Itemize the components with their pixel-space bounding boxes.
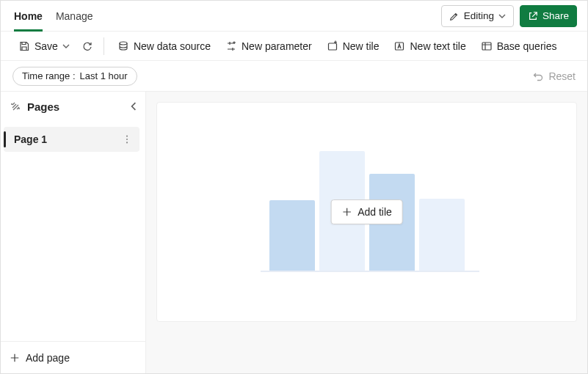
pages-icon bbox=[10, 100, 21, 112]
pages-header: Pages bbox=[1, 92, 145, 121]
parameter-icon bbox=[225, 40, 237, 52]
baseline bbox=[261, 271, 479, 272]
base-queries-label: Base queries bbox=[497, 40, 557, 52]
add-tile-label: Add tile bbox=[357, 206, 392, 218]
divider bbox=[104, 37, 104, 55]
editing-mode-button[interactable]: Editing bbox=[441, 5, 514, 27]
svg-point-7 bbox=[126, 139, 128, 140]
new-tile-button[interactable]: New tile bbox=[321, 35, 385, 57]
top-actions: Editing Share bbox=[441, 5, 577, 27]
new-data-source-button[interactable]: New data source bbox=[112, 35, 217, 57]
svg-point-5 bbox=[18, 108, 20, 109]
refresh-button[interactable] bbox=[79, 35, 96, 57]
new-parameter-button[interactable]: New parameter bbox=[219, 35, 318, 57]
add-page-button[interactable]: Add page bbox=[1, 341, 145, 373]
svg-rect-3 bbox=[482, 43, 491, 50]
svg-point-8 bbox=[126, 142, 128, 143]
new-text-tile-label: New text tile bbox=[410, 40, 465, 52]
body: Pages Page 1 Add page bbox=[1, 92, 587, 373]
kebab-icon[interactable] bbox=[122, 134, 132, 144]
toolbar: Save New data source New parameter bbox=[1, 32, 587, 61]
svg-rect-1 bbox=[328, 43, 336, 50]
collapse-sidebar-icon[interactable] bbox=[129, 102, 138, 111]
reset-label: Reset bbox=[548, 70, 576, 82]
tile-icon bbox=[327, 40, 338, 52]
empty-placeholder: Add tile bbox=[261, 146, 473, 278]
new-text-tile-button[interactable]: New text tile bbox=[388, 35, 471, 57]
pages-sidebar: Pages Page 1 Add page bbox=[1, 92, 146, 373]
database-icon bbox=[117, 40, 129, 52]
pencil-icon bbox=[449, 11, 460, 21]
page-item-label: Page 1 bbox=[14, 133, 122, 145]
tab-home[interactable]: Home bbox=[14, 1, 43, 32]
chevron-down-icon bbox=[498, 12, 506, 20]
page-item[interactable]: Page 1 bbox=[4, 127, 139, 152]
editing-label: Editing bbox=[464, 10, 494, 21]
app-root: Home Manage Editing Share bbox=[0, 0, 588, 374]
base-queries-button[interactable]: Base queries bbox=[475, 35, 563, 57]
add-tile-button[interactable]: Add tile bbox=[330, 199, 403, 224]
reset-button[interactable]: Reset bbox=[532, 70, 576, 82]
new-parameter-label: New parameter bbox=[242, 40, 312, 52]
add-page-label: Add page bbox=[26, 352, 70, 364]
base-queries-icon bbox=[481, 40, 493, 52]
svg-point-0 bbox=[120, 42, 127, 45]
share-label: Share bbox=[542, 10, 569, 21]
main-tabs: Home Manage bbox=[14, 1, 93, 31]
save-icon bbox=[18, 40, 30, 52]
svg-point-6 bbox=[126, 136, 128, 137]
plus-icon bbox=[341, 207, 352, 217]
undo-icon bbox=[532, 70, 544, 82]
svg-point-4 bbox=[11, 103, 12, 105]
save-button[interactable]: Save bbox=[12, 35, 76, 57]
plus-icon bbox=[10, 353, 20, 363]
text-tile-icon bbox=[393, 40, 405, 52]
bar-icon bbox=[269, 200, 315, 272]
tab-manage[interactable]: Manage bbox=[56, 1, 93, 32]
new-tile-label: New tile bbox=[343, 40, 380, 52]
dashboard-canvas[interactable]: Add tile bbox=[156, 102, 577, 322]
time-range-value: Last 1 hour bbox=[80, 70, 128, 81]
bar-icon bbox=[419, 199, 465, 272]
filter-bar: Time range : Last 1 hour Reset bbox=[1, 61, 587, 92]
chevron-down-icon bbox=[62, 43, 70, 50]
share-button[interactable]: Share bbox=[520, 5, 577, 27]
time-range-pill[interactable]: Time range : Last 1 hour bbox=[12, 67, 137, 86]
time-range-label: Time range : bbox=[22, 70, 76, 81]
page-list: Page 1 bbox=[1, 121, 145, 341]
refresh-icon bbox=[81, 40, 93, 52]
canvas-area: Add tile bbox=[146, 92, 587, 373]
save-label: Save bbox=[35, 40, 58, 52]
share-icon bbox=[528, 11, 538, 21]
pages-title: Pages bbox=[27, 100, 123, 113]
new-data-source-label: New data source bbox=[134, 40, 211, 52]
topbar: Home Manage Editing Share bbox=[1, 1, 587, 32]
